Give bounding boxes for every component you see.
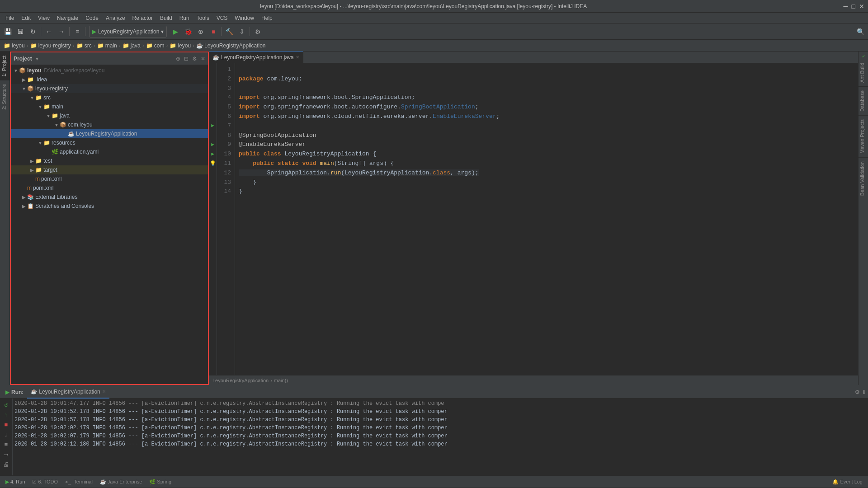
rsidebar-ant[interactable]: Ant Build <box>859 59 868 86</box>
run-config-selector[interactable]: ▶ LeyouRegistryApplication ▾ <box>89 26 167 38</box>
tool-event-log[interactable]: 🔔 Event Log <box>829 477 866 486</box>
tree-item-test[interactable]: ▶ 📁 test <box>11 156 208 165</box>
tree-item-app[interactable]: ☕ LeyouRegistryApplication <box>11 129 208 138</box>
tree-item-target[interactable]: ▶ 📁 target <box>11 165 208 174</box>
save-all-button[interactable]: 🖫 <box>14 26 26 38</box>
tree-item-scratches[interactable]: ▶ 📋 Scratches and Consoles <box>11 202 208 211</box>
tool-todo[interactable]: ☑ 6: TODO <box>28 477 61 486</box>
tree-item-java[interactable]: ▼ 📁 java <box>11 111 208 120</box>
editor-tab-app[interactable]: ☕ LeyouRegistryApplication.java ✕ <box>209 51 303 63</box>
back-button[interactable]: ← <box>43 26 55 38</box>
run-config-label: LeyouRegistryApplication <box>98 28 159 35</box>
run-print-btn[interactable]: 🖨 <box>2 460 11 469</box>
project-panel: Project ▾ ⊕ ⊟ ⚙ ✕ ▼ 📦 leyou D:\idea_work… <box>10 52 209 385</box>
tool-run[interactable]: ▶ 4: Run <box>2 477 28 486</box>
vtab-structure[interactable]: 2: Structure <box>0 80 9 113</box>
build2-button[interactable]: ⇩ <box>236 26 248 38</box>
stop-button[interactable]: ■ <box>208 26 219 38</box>
tab-close-button[interactable]: ✕ <box>296 55 299 60</box>
run-stop-btn[interactable]: ■ <box>2 420 11 429</box>
menu-analyze[interactable]: Analyze <box>102 14 129 22</box>
bc-leyou2[interactable]: 📁 leyou <box>170 42 191 49</box>
rsidebar-maven[interactable]: Maven Projects <box>859 115 868 157</box>
settings-button[interactable]: ⚙ <box>252 26 264 38</box>
hide-icon[interactable]: ✕ <box>201 56 205 62</box>
maximize-button[interactable]: □ <box>852 3 855 10</box>
bc-com[interactable]: 📁 com <box>146 42 165 49</box>
bc-src[interactable]: 📁 src <box>76 42 92 49</box>
breadcrumb-nav: 📁 leyou › 📁 leyou-registry › 📁 src › 📁 m… <box>0 40 868 52</box>
tree-item-main[interactable]: ▼ 📁 main <box>11 102 208 111</box>
menu-refactor[interactable]: Refactor <box>129 14 156 22</box>
tree-item-registry[interactable]: ▼ 📦 leyou-registry <box>11 84 208 93</box>
icon-target: 📁 <box>35 167 42 173</box>
menu-code[interactable]: Code <box>82 14 102 22</box>
run-filter-btn[interactable]: ≡ <box>2 440 11 449</box>
tool-terminal[interactable]: >_ Terminal <box>61 477 96 486</box>
tool-spring[interactable]: 🌿 Spring <box>146 477 175 486</box>
toolbar: 💾 🖫 ↻ ← → ≡ ▶ LeyouRegistryApplication ▾… <box>0 23 868 40</box>
tree-item-yaml[interactable]: 🌿 application.yaml <box>11 147 208 156</box>
menu-help[interactable]: Help <box>258 14 276 22</box>
rsidebar-database[interactable]: Database <box>859 86 868 115</box>
menu-vcs[interactable]: VCS <box>213 14 231 22</box>
code-editor[interactable]: ▶ ▶ ▶ 💡 1 2 3 4 5 6 7 8 9 10 11 12 13 <box>209 63 858 375</box>
status-bc-method: main() <box>274 378 288 383</box>
menu-tools[interactable]: Tools <box>193 14 213 22</box>
run-button[interactable]: ▶ <box>170 26 181 38</box>
bc-leyou-registry[interactable]: 📁 leyou-registry <box>30 42 71 49</box>
tree-item-idea[interactable]: ▶ 📁 .idea <box>11 75 208 84</box>
debug-button[interactable]: 🐞 <box>182 26 194 38</box>
tree-item-resources[interactable]: ▼ 📁 resources <box>11 138 208 147</box>
run-restart-btn[interactable]: ↺ <box>2 400 11 409</box>
run-scroll-btn[interactable]: ↑ <box>2 410 11 419</box>
coverage-button[interactable]: ⊕ <box>195 26 207 38</box>
minimize-button[interactable]: ─ <box>844 3 848 10</box>
menu-edit[interactable]: Edit <box>18 14 34 22</box>
log-line-0: 2020-01-28 10:01:47.177 INFO 14856 --- [… <box>14 399 866 408</box>
structure-button[interactable]: ≡ <box>71 26 83 38</box>
bc-app-file[interactable]: ☕ LeyouRegistryApplication <box>196 42 265 49</box>
run-wrap-btn[interactable]: ⟶ <box>2 450 11 459</box>
menu-build[interactable]: Build <box>156 14 176 22</box>
tree-item-pom-registry[interactable]: m pom.xml <box>11 174 208 183</box>
menu-file[interactable]: File <box>2 14 18 22</box>
bc-java[interactable]: 📁 java <box>123 42 141 49</box>
bc-main[interactable]: 📁 main <box>97 42 117 49</box>
label-package: com.leyou <box>68 122 93 128</box>
menu-window[interactable]: Window <box>231 14 258 22</box>
save-button[interactable]: 💾 <box>2 26 14 38</box>
search-button[interactable]: 🔍 <box>854 26 866 38</box>
tree-item-package[interactable]: ▼ 📦 com.leyou <box>11 120 208 129</box>
tool-run-icon: ▶ <box>5 479 9 485</box>
run-settings-icon[interactable]: ⚙ <box>855 389 860 395</box>
bc-sep-2: › <box>73 42 75 49</box>
bc-main-icon: 📁 <box>97 42 104 49</box>
tree-item-src[interactable]: ▼ 📁 src <box>11 93 208 102</box>
build-button[interactable]: 🔨 <box>223 26 235 38</box>
bottom-tab-run[interactable]: ☕ LeyouRegistryApplication ✕ <box>27 386 109 399</box>
tree-item-leyou-root[interactable]: ▼ 📦 leyou D:\idea_workspace\leyou <box>11 66 208 75</box>
synchronize-button[interactable]: ↻ <box>27 26 39 38</box>
tool-java-enterprise[interactable]: ☕ Java Enterprise <box>96 477 146 486</box>
collapse-icon[interactable]: ⊟ <box>184 56 189 62</box>
close-button[interactable]: ✕ <box>859 3 864 10</box>
settings-icon[interactable]: ⚙ <box>192 56 197 62</box>
menu-run[interactable]: Run <box>176 14 193 22</box>
locate-icon[interactable]: ⊕ <box>176 56 180 62</box>
tree-item-external-libs[interactable]: ▶ 📚 External Libraries <box>11 192 208 202</box>
bc-leyou[interactable]: 📁 leyou <box>4 42 25 49</box>
run-down-btn[interactable]: ↓ <box>2 430 11 439</box>
run-pin-icon[interactable]: ⬇ <box>862 389 866 395</box>
code-content[interactable]: package com.leyou; import org.springfram… <box>235 63 858 375</box>
tree-item-pom-root[interactable]: m pom.xml <box>11 183 208 192</box>
icon-app: ☕ <box>68 131 75 137</box>
menu-view[interactable]: View <box>34 14 53 22</box>
forward-button[interactable]: → <box>56 26 67 38</box>
arrow-package: ▼ <box>53 122 60 127</box>
run-tab-close[interactable]: ✕ <box>102 389 106 394</box>
vtab-project[interactable]: 1: Project <box>0 52 9 80</box>
header-dropdown-icon[interactable]: ▾ <box>36 56 38 62</box>
menu-navigate[interactable]: Navigate <box>53 14 82 22</box>
rsidebar-bean[interactable]: Bean Validation <box>859 157 868 199</box>
